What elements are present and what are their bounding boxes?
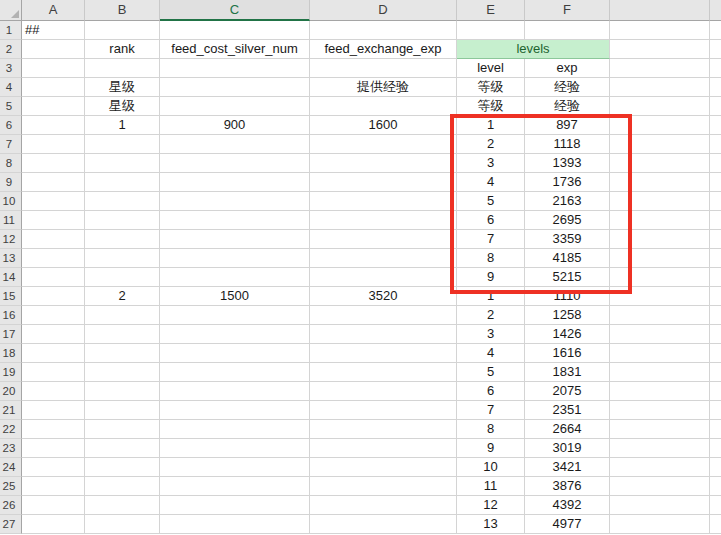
cell-A14[interactable] (22, 268, 85, 287)
cell-A12[interactable] (22, 230, 85, 249)
cell-B16[interactable] (85, 306, 160, 325)
cell-H13[interactable] (710, 249, 721, 268)
cell-G27[interactable] (610, 515, 710, 534)
cell-A2[interactable] (22, 40, 85, 59)
cell-D10[interactable] (310, 192, 457, 211)
cell-E24[interactable]: 10 (457, 458, 525, 477)
cell-D20[interactable] (310, 382, 457, 401)
column-header-G[interactable] (610, 0, 710, 21)
cell-H24[interactable] (710, 458, 721, 477)
cell-D18[interactable] (310, 344, 457, 363)
row-header-5[interactable]: 5 (0, 97, 22, 116)
cell-C2[interactable]: feed_cost_silver_num (160, 40, 310, 59)
row-header-13[interactable]: 13 (0, 249, 22, 268)
cell-E7[interactable]: 2 (457, 135, 525, 154)
cell-A5[interactable] (22, 97, 85, 116)
row-header-2[interactable]: 2 (0, 40, 22, 59)
cell-C18[interactable] (160, 344, 310, 363)
row-header-25[interactable]: 25 (0, 477, 22, 496)
cell-H2[interactable] (710, 40, 721, 59)
cell-F17[interactable]: 1426 (525, 325, 610, 344)
row-header-15[interactable]: 15 (0, 287, 22, 306)
cell-B14[interactable] (85, 268, 160, 287)
cell-D13[interactable] (310, 249, 457, 268)
cell-B2[interactable]: rank (85, 40, 160, 59)
cell-H3[interactable] (710, 59, 721, 78)
cell-A8[interactable] (22, 154, 85, 173)
cell-G3[interactable] (610, 59, 710, 78)
cell-D9[interactable] (310, 173, 457, 192)
row-header-24[interactable]: 24 (0, 458, 22, 477)
cell-H6[interactable] (710, 116, 721, 135)
cell-C21[interactable] (160, 401, 310, 420)
row-header-7[interactable]: 7 (0, 135, 22, 154)
cell-G19[interactable] (610, 363, 710, 382)
cell-E18[interactable]: 4 (457, 344, 525, 363)
cell-B18[interactable] (85, 344, 160, 363)
cell-B3[interactable] (85, 59, 160, 78)
cell-C14[interactable] (160, 268, 310, 287)
cell-A27[interactable] (22, 515, 85, 534)
cell-H9[interactable] (710, 173, 721, 192)
cell-A7[interactable] (22, 135, 85, 154)
cell-G25[interactable] (610, 477, 710, 496)
cell-B5[interactable]: 星级 (85, 97, 160, 116)
cell-A19[interactable] (22, 363, 85, 382)
row-header-6[interactable]: 6 (0, 116, 22, 135)
cell-E13[interactable]: 8 (457, 249, 525, 268)
row-header-17[interactable]: 17 (0, 325, 22, 344)
cell-H23[interactable] (710, 439, 721, 458)
cell-C26[interactable] (160, 496, 310, 515)
cell-E21[interactable]: 7 (457, 401, 525, 420)
cell-G18[interactable] (610, 344, 710, 363)
cell-C24[interactable] (160, 458, 310, 477)
cell-H21[interactable] (710, 401, 721, 420)
cell-F15[interactable]: 1110 (525, 287, 610, 306)
cell-G22[interactable] (610, 420, 710, 439)
cell-C19[interactable] (160, 363, 310, 382)
cell-F6[interactable]: 897 (525, 116, 610, 135)
row-header-9[interactable]: 9 (0, 173, 22, 192)
cell-A13[interactable] (22, 249, 85, 268)
cell-F16[interactable]: 1258 (525, 306, 610, 325)
cell-C9[interactable] (160, 173, 310, 192)
cell-E11[interactable]: 6 (457, 211, 525, 230)
row-header-26[interactable]: 26 (0, 496, 22, 515)
row-header-16[interactable]: 16 (0, 306, 22, 325)
cell-F21[interactable]: 2351 (525, 401, 610, 420)
cell-G10[interactable] (610, 192, 710, 211)
cell-H16[interactable] (710, 306, 721, 325)
cell-G24[interactable] (610, 458, 710, 477)
cell-B15[interactable]: 2 (85, 287, 160, 306)
cell-B22[interactable] (85, 420, 160, 439)
cell-A23[interactable] (22, 439, 85, 458)
row-header-12[interactable]: 12 (0, 230, 22, 249)
cell-G16[interactable] (610, 306, 710, 325)
cell-F5[interactable]: 经验 (525, 97, 610, 116)
cell-A18[interactable] (22, 344, 85, 363)
cell-D27[interactable] (310, 515, 457, 534)
cell-A15[interactable] (22, 287, 85, 306)
cell-E27[interactable]: 13 (457, 515, 525, 534)
cell-C10[interactable] (160, 192, 310, 211)
cell-C7[interactable] (160, 135, 310, 154)
cell-D16[interactable] (310, 306, 457, 325)
cell-D21[interactable] (310, 401, 457, 420)
cell-D2[interactable]: feed_exchange_exp (310, 40, 457, 59)
cell-D1[interactable] (310, 21, 457, 40)
cell-C3[interactable] (160, 59, 310, 78)
cell-B1[interactable] (85, 21, 160, 40)
row-header-14[interactable]: 14 (0, 268, 22, 287)
cell-C13[interactable] (160, 249, 310, 268)
cell-E25[interactable]: 11 (457, 477, 525, 496)
cell-E1[interactable] (457, 21, 525, 40)
cell-C8[interactable] (160, 154, 310, 173)
cell-A25[interactable] (22, 477, 85, 496)
cell-F22[interactable]: 2664 (525, 420, 610, 439)
cell-H19[interactable] (710, 363, 721, 382)
cell-E17[interactable]: 3 (457, 325, 525, 344)
row-header-19[interactable]: 19 (0, 363, 22, 382)
cell-F7[interactable]: 1118 (525, 135, 610, 154)
cell-H26[interactable] (710, 496, 721, 515)
cell-G4[interactable] (610, 78, 710, 97)
